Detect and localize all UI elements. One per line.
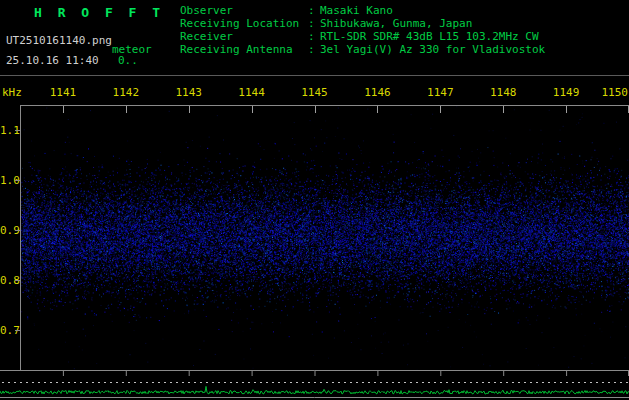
x-tick-label: 1142 [113, 86, 140, 99]
x-tick-label: 1141 [50, 86, 77, 99]
x-axis-tick [440, 106, 441, 113]
info-row-antenna: Receiving Antenna:3el Yagi(V) Az 330 for… [180, 43, 545, 56]
output-filename: UT2510161140.png [6, 34, 112, 47]
x-axis-tick [377, 106, 378, 113]
info-label: Observer [180, 4, 308, 17]
app-title: H R O F F T [34, 5, 164, 20]
y-axis-tick [15, 130, 20, 131]
info-separator: : [308, 4, 320, 17]
info-separator: : [308, 17, 320, 30]
x-axis-tick [503, 106, 504, 113]
y-axis-tick [15, 180, 20, 181]
y-axis-tick [15, 230, 20, 231]
x-axis-tick [126, 106, 127, 113]
info-value: Shibukawa, Gunma, Japan [320, 17, 472, 30]
progress-counter: 0.. [118, 54, 138, 67]
info-row-receiver: Receiver:RTL-SDR SDR# 43dB L15 103.2MHz … [180, 30, 545, 43]
info-label: Receiver [180, 30, 308, 43]
x-axis-tick [566, 106, 567, 113]
info-separator: : [308, 30, 320, 43]
info-row-observer: Observer:Masaki Kano [180, 4, 545, 17]
signal-level-canvas [0, 370, 629, 400]
x-tick-label: 1149 [553, 86, 580, 99]
x-tick-label: 1147 [427, 86, 454, 99]
x-axis-tick [63, 106, 64, 113]
info-value: RTL-SDR SDR# 43dB L15 103.2MHz CW [320, 30, 539, 43]
x-tick-label: 1145 [301, 86, 328, 99]
station-info: Observer:Masaki Kano Receiving Location:… [180, 4, 545, 56]
info-label: Receiving Antenna [180, 43, 308, 56]
y-axis-tick [15, 280, 20, 281]
info-value: Masaki Kano [320, 4, 393, 17]
x-axis-tick [252, 106, 253, 113]
x-tick-label: 1143 [175, 86, 202, 99]
y-axis-tick [15, 330, 20, 331]
timestamp: 25.10.16 11:40 [6, 54, 99, 67]
info-label: Receiving Location [180, 17, 308, 30]
spectrogram-canvas [21, 106, 629, 370]
y-axis-unit-label: kHz [2, 86, 22, 99]
x-tick-label: 1146 [364, 86, 391, 99]
x-axis-tick [315, 106, 316, 113]
hrofft-screen: H R O F F T UT2510161140.png meteor 25.1… [0, 0, 629, 400]
info-row-location: Receiving Location:Shibukawa, Gunma, Jap… [180, 17, 545, 30]
x-tick-label: 1148 [490, 86, 517, 99]
x-tick-label: 1144 [238, 86, 265, 99]
x-axis-tick [189, 106, 190, 113]
info-value: 3el Yagi(V) Az 330 for Vladivostok [320, 43, 545, 56]
x-tick-label: 1150 [602, 86, 629, 99]
header-divider [0, 75, 629, 76]
info-separator: : [308, 43, 320, 56]
